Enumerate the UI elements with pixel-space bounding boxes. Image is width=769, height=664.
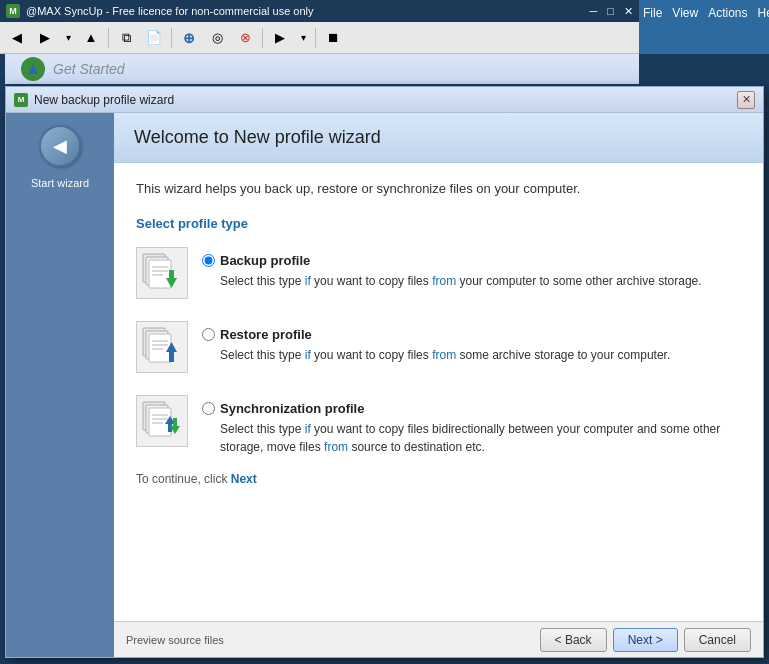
svg-rect-8	[169, 270, 174, 280]
svg-rect-11	[149, 334, 171, 362]
back-icon: ◀	[53, 137, 67, 155]
menu-file[interactable]: File	[643, 6, 662, 20]
restore-option-desc: Select this type if you want to copy fil…	[220, 346, 741, 364]
wizard-content-area: Welcome to New profile wizard This wizar…	[114, 113, 763, 657]
restore-option-name: Restore profile	[220, 327, 312, 342]
sync-option-desc: Select this type if you want to copy fil…	[220, 420, 741, 456]
backup-profile-option: Backup profile Select this type if you w…	[136, 247, 741, 299]
wizard-header: Welcome to New profile wizard	[114, 113, 763, 163]
menu-actions[interactable]: Actions	[708, 6, 747, 20]
backup-option-name: Backup profile	[220, 253, 310, 268]
restore-radio[interactable]	[202, 328, 215, 341]
restore-option-text: Restore profile Select this type if you …	[202, 321, 741, 364]
backup-radio-label[interactable]: Backup profile	[202, 253, 741, 268]
restore-icon-svg	[139, 324, 185, 370]
app-icon: M	[6, 4, 20, 18]
toolbar-play[interactable]: ▶	[267, 26, 293, 50]
back-nav-button[interactable]: < Back	[540, 628, 607, 652]
svg-rect-25	[173, 418, 177, 426]
toolbar-up[interactable]: ▲	[78, 26, 104, 50]
toolbar-dropdown[interactable]: ▾	[60, 26, 76, 50]
backup-icon-svg	[139, 250, 185, 296]
toolbar-stop[interactable]: ⏹	[320, 26, 346, 50]
toolbar-circle[interactable]: ◎	[204, 26, 230, 50]
backup-icon-box	[136, 247, 188, 299]
sync-radio[interactable]	[202, 402, 215, 415]
app-logo-icon	[21, 57, 45, 81]
app-title: @MAX SyncUp - Free licence for non-comme…	[26, 5, 590, 17]
section-title[interactable]: Select profile type	[136, 216, 741, 231]
cancel-button[interactable]: Cancel	[684, 628, 751, 652]
restore-radio-label[interactable]: Restore profile	[202, 327, 741, 342]
sync-option-text: Synchronization profile Select this type…	[202, 395, 741, 456]
toolbar-add[interactable]: ⊕	[176, 26, 202, 50]
wizard-title: Welcome to New profile wizard	[134, 127, 743, 148]
next-nav-button[interactable]: Next >	[613, 628, 678, 652]
toolbar-back[interactable]: ◀	[4, 26, 30, 50]
wizard-intro: This wizard helps you back up, restore o…	[136, 179, 741, 200]
maximize-btn[interactable]: □	[607, 5, 614, 18]
svg-rect-3	[149, 260, 171, 288]
menu-view[interactable]: View	[672, 6, 698, 20]
menu-help[interactable]: Help	[758, 6, 770, 20]
wizard-main: This wizard helps you back up, restore o…	[114, 163, 763, 621]
restore-icon-box	[136, 321, 188, 373]
sync-option-name: Synchronization profile	[220, 401, 364, 416]
dialog-title-bar: M New backup profile wizard ✕	[6, 87, 763, 113]
dialog-close-button[interactable]: ✕	[737, 91, 755, 109]
toolbar-forward[interactable]: ▶	[32, 26, 58, 50]
back-button[interactable]: ◀	[39, 125, 81, 167]
sync-radio-label[interactable]: Synchronization profile	[202, 401, 741, 416]
backup-option-text: Backup profile Select this type if you w…	[202, 247, 741, 290]
preview-status: Preview source files	[126, 634, 534, 646]
minimize-btn[interactable]: ─	[590, 5, 598, 18]
restore-profile-option: Restore profile Select this type if you …	[136, 321, 741, 373]
sidebar-label: Start wizard	[27, 177, 93, 189]
dialog-icon: M	[14, 93, 28, 107]
sync-profile-option: Synchronization profile Select this type…	[136, 395, 741, 456]
backup-option-desc: Select this type if you want to copy fil…	[220, 272, 741, 290]
toolbar-copy[interactable]: ⧉	[113, 26, 139, 50]
sync-icon-svg	[139, 398, 185, 444]
wizard-dialog: M New backup profile wizard ✕ ◀ Start wi…	[5, 86, 764, 658]
svg-marker-0	[28, 64, 38, 74]
dialog-title: New backup profile wizard	[34, 93, 737, 107]
toolbar-play-dropdown[interactable]: ▾	[295, 26, 311, 50]
toolbar-x[interactable]: ⊗	[232, 26, 258, 50]
sync-icon-box	[136, 395, 188, 447]
wizard-sidebar: ◀ Start wizard	[6, 113, 114, 657]
close-btn[interactable]: ✕	[624, 5, 633, 18]
backup-radio[interactable]	[202, 254, 215, 267]
continue-text: To continue, click Next	[136, 472, 741, 486]
dialog-bottom-bar: Preview source files < Back Next > Cance…	[114, 621, 763, 657]
svg-rect-15	[169, 352, 174, 362]
toolbar-doc[interactable]: 📄	[141, 26, 167, 50]
